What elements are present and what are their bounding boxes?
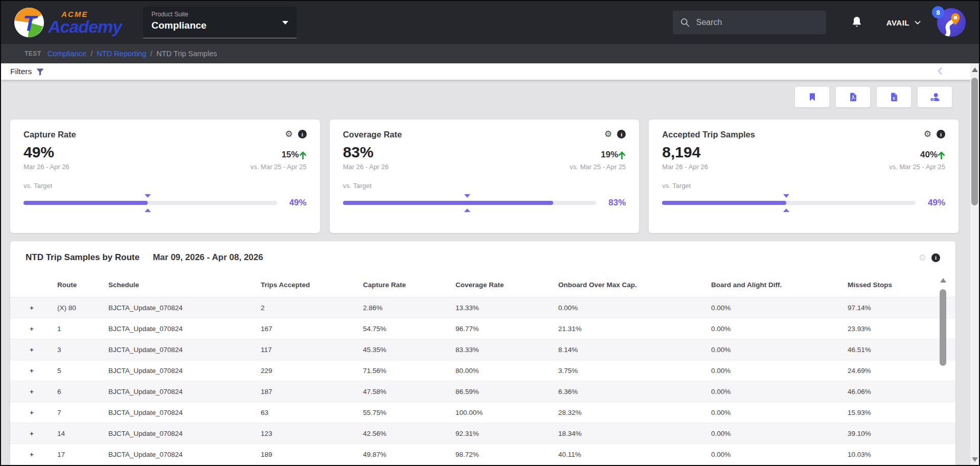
bookmark-button[interactable] bbox=[795, 87, 829, 107]
info-icon[interactable]: i bbox=[937, 130, 945, 138]
user-menu[interactable]: AVAIL bbox=[886, 18, 922, 27]
cell-capture-rate: 45.35% bbox=[354, 339, 446, 360]
cell-route: 1 bbox=[48, 318, 99, 339]
target-marker-top-icon bbox=[783, 194, 789, 198]
col-onboard-over-max-cap: Onboard Over Max Cap. bbox=[549, 276, 702, 297]
breadcrumb-link-ntd-reporting[interactable]: NTD Reporting bbox=[97, 50, 146, 58]
cell-schedule: BJCTA_Update_070824 bbox=[99, 444, 252, 465]
gear-icon[interactable]: ⚙ bbox=[285, 130, 292, 138]
cell-schedule: BJCTA_Update_070824 bbox=[99, 339, 252, 360]
cell-trips-accepted: 187 bbox=[252, 381, 354, 402]
cell-onboard-over-max-cap[interactable]: 40.11% bbox=[549, 444, 702, 465]
cell-missed-stops[interactable]: 46.06% bbox=[838, 381, 955, 402]
app-window: T ACME Academy Product Suite Compliance bbox=[0, 0, 980, 466]
cell-onboard-over-max-cap[interactable]: 3.75% bbox=[549, 360, 702, 381]
product-suite-label: Product Suite bbox=[151, 11, 288, 18]
kpi-title: Accepted Trip Samples bbox=[662, 130, 755, 139]
search-input[interactable] bbox=[696, 18, 814, 27]
info-icon[interactable]: i bbox=[298, 130, 307, 138]
user-clock-icon bbox=[929, 91, 941, 103]
expand-row-button[interactable]: + bbox=[10, 318, 48, 339]
expand-row-button[interactable]: + bbox=[10, 423, 48, 444]
expand-row-button[interactable]: + bbox=[10, 402, 48, 423]
cell-board-and-alight-diff: 0.00% bbox=[702, 297, 838, 318]
search-icon bbox=[680, 17, 690, 28]
page-scrollbar[interactable] bbox=[970, 63, 979, 465]
cell-capture-rate: 47.58% bbox=[354, 381, 446, 402]
gear-icon[interactable]: ⚙ bbox=[919, 253, 926, 262]
kpi-compare-period: vs. Mar 25 - Apr 25 bbox=[570, 163, 626, 171]
cell-onboard-over-max-cap[interactable]: 8.14% bbox=[549, 339, 702, 360]
chevron-down-icon bbox=[914, 18, 922, 27]
trend-up-icon bbox=[618, 151, 626, 159]
kpi-period: Mar 26 - Apr 26 bbox=[662, 163, 708, 171]
filters-bar[interactable]: Filters bbox=[1, 63, 979, 80]
scroll-up-icon[interactable] bbox=[972, 67, 978, 72]
scroll-up-icon[interactable] bbox=[940, 278, 946, 283]
cell-missed-stops[interactable]: 24.69% bbox=[838, 360, 955, 381]
logo-wordmark: ACME Academy bbox=[48, 10, 122, 35]
expand-row-button[interactable]: + bbox=[10, 339, 48, 360]
table-row: +1BJCTA_Update_07082416754.75%96.77%21.3… bbox=[10, 318, 955, 339]
cell-coverage-rate: 100.00% bbox=[446, 402, 549, 423]
expand-row-button[interactable]: + bbox=[10, 297, 48, 318]
notification-count-badge: 8 bbox=[932, 6, 944, 18]
gear-icon[interactable]: ⚙ bbox=[924, 130, 931, 138]
cell-route: (X) 80 bbox=[48, 297, 99, 318]
target-slider[interactable] bbox=[662, 201, 916, 205]
page-scrollbar-thumb[interactable] bbox=[971, 78, 978, 205]
bell-icon bbox=[851, 16, 863, 29]
cell-missed-stops[interactable]: 15.93% bbox=[838, 402, 955, 423]
cell-missed-stops[interactable]: 97.14% bbox=[838, 297, 955, 318]
breadcrumb-link-compliance[interactable]: Compliance bbox=[48, 50, 87, 58]
cell-missed-stops[interactable]: 10.03% bbox=[838, 444, 955, 465]
cell-onboard-over-max-cap[interactable]: 18.34% bbox=[549, 423, 702, 444]
table-row: +17BJCTA_Update_07082418949.87%98.72%40.… bbox=[10, 444, 955, 465]
cell-board-and-alight-diff: 0.00% bbox=[702, 339, 838, 360]
expand-row-button[interactable]: + bbox=[10, 444, 48, 465]
product-suite-dropdown[interactable]: Product Suite Compliance bbox=[143, 7, 297, 38]
global-search[interactable] bbox=[673, 11, 826, 34]
notifications-button[interactable] bbox=[851, 16, 863, 29]
cell-onboard-over-max-cap[interactable]: 21.31% bbox=[549, 318, 702, 339]
target-marker-top-icon bbox=[145, 194, 151, 198]
scroll-down-icon[interactable] bbox=[972, 457, 978, 462]
cell-route: 3 bbox=[48, 339, 99, 360]
collapse-left-icon[interactable] bbox=[935, 65, 945, 77]
app-logo[interactable]: T ACME Academy bbox=[13, 7, 122, 38]
export-excel-button[interactable]: x bbox=[877, 87, 911, 107]
kpi-card-capture-rate: Capture Rate ⚙ i 49% 15% Mar 26 - Apr 26 bbox=[10, 120, 320, 233]
export-pdf-button[interactable] bbox=[836, 87, 870, 107]
table-date-range[interactable]: Mar 09, 2026 - Apr 08, 2026 bbox=[153, 252, 263, 263]
cell-trips-accepted: 123 bbox=[252, 423, 354, 444]
cell-missed-stops[interactable]: 39.10% bbox=[838, 423, 955, 444]
table-scrollbar-thumb[interactable] bbox=[940, 289, 946, 366]
cell-board-and-alight-diff: 0.00% bbox=[702, 381, 838, 402]
breadcrumb: TEST Compliance / NTD Reporting / NTD Tr… bbox=[1, 44, 979, 63]
gear-icon[interactable]: ⚙ bbox=[604, 130, 612, 138]
table-header-row: Route Schedule Trips Accepted Capture Ra… bbox=[10, 276, 955, 297]
expand-row-button[interactable]: + bbox=[10, 381, 48, 402]
kpi-change: 19% bbox=[601, 150, 626, 160]
cell-missed-stops[interactable]: 23.93% bbox=[838, 318, 955, 339]
cell-onboard-over-max-cap[interactable]: 28.32% bbox=[549, 402, 702, 423]
avatar[interactable]: 8 bbox=[937, 8, 966, 37]
share-user-button[interactable] bbox=[918, 87, 952, 107]
cell-capture-rate: 71.56% bbox=[354, 360, 446, 381]
cell-missed-stops[interactable]: 46.51% bbox=[838, 339, 955, 360]
table-scrollbar[interactable] bbox=[940, 278, 946, 464]
cell-capture-rate: 55.75% bbox=[354, 402, 446, 423]
target-slider-fill bbox=[24, 201, 148, 205]
expand-row-button[interactable]: + bbox=[10, 360, 48, 381]
info-icon[interactable]: i bbox=[931, 253, 940, 262]
target-slider[interactable] bbox=[343, 201, 597, 205]
info-icon[interactable]: i bbox=[617, 130, 626, 138]
main-content: Filters bbox=[1, 63, 979, 465]
cell-trips-accepted: 117 bbox=[252, 339, 354, 360]
cell-onboard-over-max-cap: 0.00% bbox=[549, 297, 702, 318]
target-marker-bottom-icon bbox=[783, 208, 789, 212]
cell-onboard-over-max-cap[interactable]: 6.36% bbox=[549, 381, 702, 402]
cell-trips-accepted: 63 bbox=[252, 402, 354, 423]
kpi-target-label: vs. Target bbox=[343, 182, 626, 190]
target-slider[interactable] bbox=[24, 201, 277, 205]
